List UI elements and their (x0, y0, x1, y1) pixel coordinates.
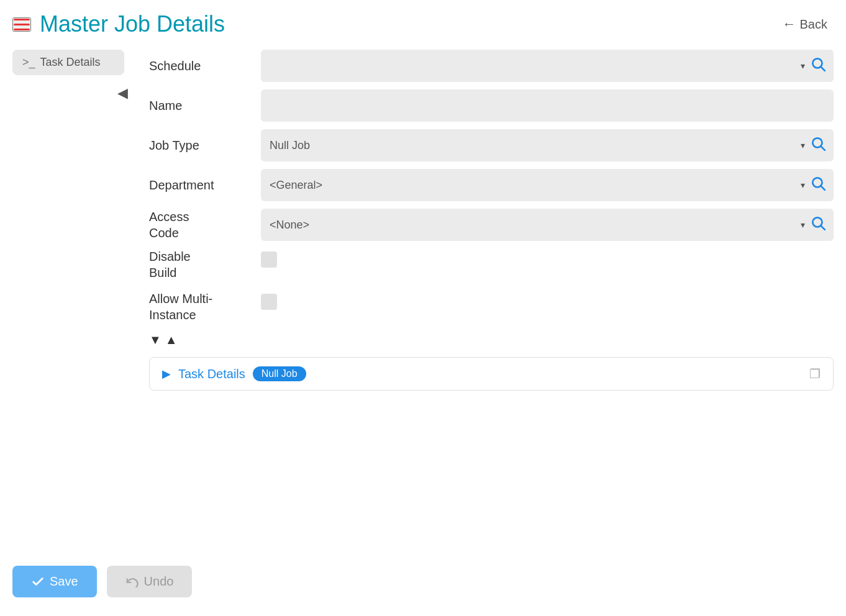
task-panel-label: Task Details (178, 367, 245, 381)
sidebar: >_ Task Details ◀ (12, 50, 137, 403)
access-code-row: AccessCode ▾ (149, 209, 834, 241)
job-type-search-button[interactable] (809, 135, 827, 155)
header-left: Master Job Details (12, 11, 225, 37)
job-type-input[interactable] (270, 139, 801, 152)
sort-up-button[interactable]: ▲ (165, 333, 178, 347)
main-layout: >_ Task Details ◀ Schedule ▾ (0, 43, 846, 403)
header: Master Job Details ← Back (0, 0, 846, 43)
job-type-row: Job Type ▾ (149, 129, 834, 161)
save-button[interactable]: Save (12, 566, 97, 597)
schedule-search-button[interactable] (809, 56, 827, 76)
footer-buttons: Save Undo (0, 553, 846, 616)
department-row: Department ▾ (149, 169, 834, 201)
back-label: Back (800, 17, 827, 32)
access-code-control: ▾ (261, 209, 834, 241)
collapse-arrow-wrap: ◀ (12, 85, 137, 101)
name-row: Name (149, 89, 834, 122)
allow-multi-instance-label: Allow Multi-Instance (149, 291, 261, 323)
terminal-icon: >_ (22, 56, 35, 69)
access-code-search-button[interactable] (809, 215, 827, 235)
department-label: Department (149, 177, 261, 193)
schedule-row: Schedule ▾ (149, 50, 834, 82)
task-panel-expand-button[interactable]: ▶ (162, 367, 171, 381)
schedule-control: ▾ (261, 50, 834, 82)
schedule-dropdown-icon[interactable]: ▾ (801, 61, 805, 71)
department-control: ▾ (261, 169, 834, 201)
menu-icon[interactable] (12, 17, 31, 32)
collapse-button[interactable]: ◀ (117, 85, 128, 101)
undo-icon (125, 575, 139, 589)
page-title: Master Job Details (40, 11, 225, 37)
allow-multi-instance-checkbox[interactable] (261, 294, 277, 310)
undo-button[interactable]: Undo (107, 566, 193, 597)
check-icon (31, 575, 45, 589)
name-input[interactable] (270, 99, 827, 112)
disable-build-row: DisableBuild (149, 248, 834, 281)
access-code-label: AccessCode (149, 209, 261, 241)
disable-build-label: DisableBuild (149, 248, 261, 281)
null-job-badge: Null Job (253, 366, 306, 381)
task-details-panel: ▶ Task Details Null Job ❐ (149, 357, 834, 391)
sort-arrows: ▼ ▲ (149, 333, 834, 347)
schedule-input[interactable] (270, 60, 801, 73)
svg-line-7 (821, 226, 825, 230)
department-input[interactable] (270, 179, 801, 192)
undo-label: Undo (144, 574, 174, 589)
back-arrow-icon: ← (783, 16, 796, 32)
schedule-label: Schedule (149, 58, 261, 74)
disable-build-checkbox[interactable] (261, 251, 277, 268)
save-label: Save (50, 574, 78, 589)
svg-line-3 (821, 147, 825, 150)
form-area: Schedule ▾ Name Job Type (137, 50, 834, 403)
sort-down-button[interactable]: ▼ (149, 333, 161, 347)
back-button[interactable]: ← Back (783, 16, 827, 32)
access-code-input[interactable] (270, 219, 801, 232)
svg-line-1 (821, 67, 825, 71)
department-dropdown-icon[interactable]: ▾ (801, 180, 805, 190)
job-type-label: Job Type (149, 137, 261, 153)
allow-multi-instance-row: Allow Multi-Instance (149, 291, 834, 323)
expand-fullscreen-icon[interactable]: ❐ (809, 366, 821, 381)
sidebar-task-details-button[interactable]: >_ Task Details (12, 50, 124, 75)
sidebar-task-details-label: Task Details (40, 56, 101, 69)
allow-multi-instance-wrap (261, 291, 277, 313)
job-type-control: ▾ (261, 129, 834, 161)
access-code-dropdown-icon[interactable]: ▾ (801, 220, 805, 230)
svg-line-5 (821, 186, 825, 190)
job-type-dropdown-icon[interactable]: ▾ (801, 140, 805, 150)
name-control (261, 89, 834, 122)
disable-build-wrap (261, 248, 277, 271)
name-label: Name (149, 97, 261, 114)
department-search-button[interactable] (809, 175, 827, 195)
